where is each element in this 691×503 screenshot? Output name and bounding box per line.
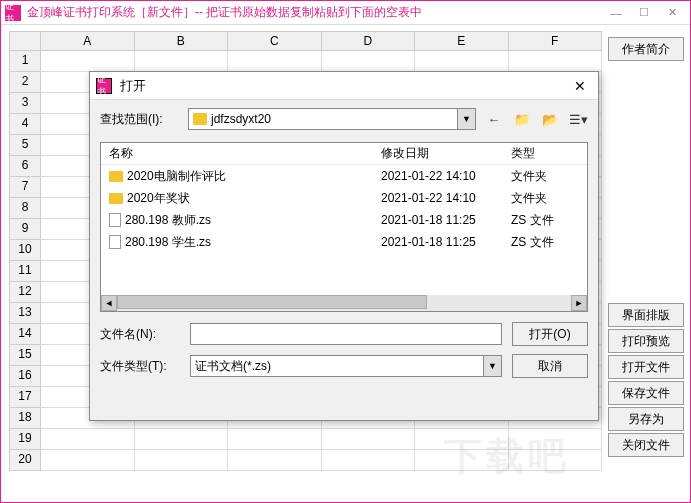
cell[interactable] <box>415 429 509 450</box>
cell[interactable] <box>228 429 322 450</box>
col-header-b[interactable]: B <box>135 31 229 51</box>
header-date[interactable]: 修改日期 <box>381 145 511 162</box>
row-header[interactable]: 19 <box>9 429 41 450</box>
row-header[interactable]: 8 <box>9 198 41 219</box>
col-header-d[interactable]: D <box>322 31 416 51</box>
list-item[interactable]: 2020电脑制作评比2021-01-22 14:10文件夹 <box>101 165 587 187</box>
row-header[interactable]: 6 <box>9 156 41 177</box>
row-header[interactable]: 4 <box>9 114 41 135</box>
cell[interactable] <box>322 450 416 471</box>
list-item[interactable]: 280.198 学生.zs2021-01-18 11:25ZS 文件 <box>101 231 587 253</box>
back-icon[interactable]: ← <box>484 109 504 129</box>
cell[interactable] <box>228 450 322 471</box>
window-title: 金顶峰证书打印系统［新文件］-- 把证书原始数据复制粘贴到下面的空表中 <box>27 4 602 21</box>
horizontal-scrollbar[interactable]: ◄ ► <box>101 295 587 311</box>
scroll-thumb[interactable] <box>117 295 427 309</box>
preview-button[interactable]: 打印预览 <box>608 329 684 353</box>
file-name: 2020电脑制作评比 <box>127 168 226 185</box>
layout-button[interactable]: 界面排版 <box>608 303 684 327</box>
file-icon <box>109 213 121 227</box>
row-header[interactable]: 16 <box>9 366 41 387</box>
cell[interactable] <box>135 429 229 450</box>
col-header-e[interactable]: E <box>415 31 509 51</box>
row-header[interactable]: 10 <box>9 240 41 261</box>
cell[interactable] <box>41 450 135 471</box>
dialog-titlebar: 证书 打开 ✕ <box>90 72 598 100</box>
row-header[interactable]: 15 <box>9 345 41 366</box>
row-header[interactable]: 20 <box>9 450 41 471</box>
filename-label: 文件名(N): <box>100 326 180 343</box>
chevron-down-icon[interactable]: ▼ <box>457 109 475 129</box>
cell[interactable] <box>509 51 603 72</box>
dialog-title: 打开 <box>120 77 568 95</box>
dialog-close-button[interactable]: ✕ <box>568 76 592 96</box>
minimize-button[interactable]: — <box>602 4 630 22</box>
maximize-button[interactable]: ☐ <box>630 4 658 22</box>
header-type[interactable]: 类型 <box>511 145 587 162</box>
grid-row: 19 <box>9 429 602 450</box>
cell[interactable] <box>135 51 229 72</box>
save-file-button[interactable]: 保存文件 <box>608 381 684 405</box>
lookin-combo[interactable]: jdfzsdyxt20 ▼ <box>188 108 476 130</box>
cell[interactable] <box>415 450 509 471</box>
new-folder-icon[interactable]: 📂 <box>540 109 560 129</box>
scroll-track[interactable] <box>117 295 571 311</box>
header-name[interactable]: 名称 <box>101 145 381 162</box>
folder-icon <box>109 171 123 182</box>
file-name: 280.198 教师.zs <box>125 212 211 229</box>
cell[interactable] <box>509 429 603 450</box>
row-header[interactable]: 9 <box>9 219 41 240</box>
scroll-left-icon[interactable]: ◄ <box>101 295 117 311</box>
row-header[interactable]: 11 <box>9 261 41 282</box>
row-header[interactable]: 5 <box>9 135 41 156</box>
filetype-combo[interactable]: 证书文档(*.zs) ▼ <box>190 355 502 377</box>
open-file-button[interactable]: 打开文件 <box>608 355 684 379</box>
close-button[interactable]: ✕ <box>658 4 686 22</box>
row-header[interactable]: 13 <box>9 303 41 324</box>
corner-cell[interactable] <box>9 31 41 51</box>
chevron-down-icon[interactable]: ▼ <box>483 356 501 376</box>
open-button[interactable]: 打开(O) <box>512 322 588 346</box>
row-header[interactable]: 7 <box>9 177 41 198</box>
row-header[interactable]: 12 <box>9 282 41 303</box>
row-header[interactable]: 18 <box>9 408 41 429</box>
file-type: 文件夹 <box>511 168 587 185</box>
cell[interactable] <box>41 51 135 72</box>
filename-input[interactable] <box>190 323 502 345</box>
scroll-right-icon[interactable]: ► <box>571 295 587 311</box>
row-header[interactable]: 3 <box>9 93 41 114</box>
row-header[interactable]: 14 <box>9 324 41 345</box>
col-header-a[interactable]: A <box>41 31 135 51</box>
cell[interactable] <box>228 51 322 72</box>
filetype-value: 证书文档(*.zs) <box>195 358 271 375</box>
column-headers: A B C D E F <box>9 31 602 51</box>
up-folder-icon[interactable]: 📁 <box>512 109 532 129</box>
cell[interactable] <box>135 450 229 471</box>
close-file-button[interactable]: 关闭文件 <box>608 433 684 457</box>
view-menu-icon[interactable]: ☰▾ <box>568 109 588 129</box>
cell[interactable] <box>322 429 416 450</box>
file-name: 280.198 学生.zs <box>125 234 211 251</box>
cell[interactable] <box>41 429 135 450</box>
cell[interactable] <box>415 51 509 72</box>
dialog-bottom: 文件名(N): 打开(O) 文件类型(T): 证书文档(*.zs) ▼ 取消 <box>90 316 598 392</box>
row-header[interactable]: 1 <box>9 51 41 72</box>
file-date: 2021-01-22 14:10 <box>381 169 511 183</box>
file-date: 2021-01-18 11:25 <box>381 213 511 227</box>
file-type: ZS 文件 <box>511 212 587 229</box>
dialog-icon: 证书 <box>96 78 112 94</box>
row-header[interactable]: 2 <box>9 72 41 93</box>
cancel-button[interactable]: 取消 <box>512 354 588 378</box>
list-item[interactable]: 280.198 教师.zs2021-01-18 11:25ZS 文件 <box>101 209 587 231</box>
file-list[interactable]: 名称 修改日期 类型 2020电脑制作评比2021-01-22 14:10文件夹… <box>100 142 588 312</box>
row-header[interactable]: 17 <box>9 387 41 408</box>
author-button[interactable]: 作者简介 <box>608 37 684 61</box>
col-header-c[interactable]: C <box>228 31 322 51</box>
titlebar: 证书 金顶峰证书打印系统［新文件］-- 把证书原始数据复制粘贴到下面的空表中 —… <box>1 1 690 25</box>
cell[interactable] <box>509 450 603 471</box>
grid-row: 20 <box>9 450 602 471</box>
save-as-button[interactable]: 另存为 <box>608 407 684 431</box>
cell[interactable] <box>322 51 416 72</box>
list-item[interactable]: 2020年奖状2021-01-22 14:10文件夹 <box>101 187 587 209</box>
col-header-f[interactable]: F <box>509 31 603 51</box>
